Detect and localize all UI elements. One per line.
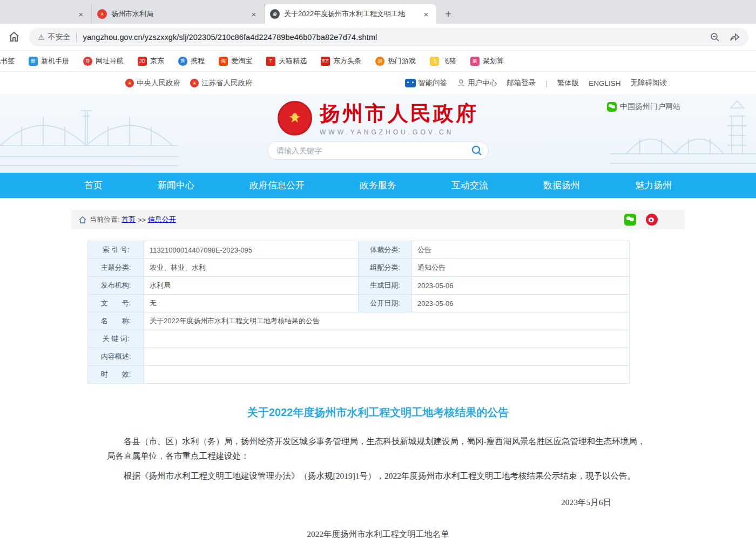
nav-item-news[interactable]: 新闻中心: [130, 173, 222, 198]
url-bar-row: ⚠ 不安全 yangzhou.gov.cn/yzszxxgk/slj/20230…: [0, 24, 756, 51]
article-paragraph: 根据《扬州市水利工程文明工地建设管理办法》（扬水规[2019]1号），2022年…: [107, 468, 649, 483]
tab-active-announcement[interactable]: e 关于2022年度扬州市水利工程文明工地 ×: [265, 4, 436, 24]
nav-item-interaction[interactable]: 互动交流: [424, 173, 516, 198]
user-center-label: 用户中心: [468, 78, 497, 88]
gov-emblem-icon: ★: [190, 79, 199, 87]
site-domain: WWW.YANGZHOU.GOV.CN: [320, 128, 478, 136]
gov-links-bar: ★ 中央人民政府 ★ 江苏省人民政府 智能问答 用户中心 邮箱登录 | 繁体版 …: [0, 72, 756, 94]
meta-value: [144, 330, 630, 348]
tab-strip: × ★ 扬州市水利局 × e 关于2022年度扬州市水利工程文明工地 × +: [0, 0, 756, 24]
wechat-share-icon[interactable]: [624, 214, 636, 226]
meta-label: 生成日期:: [359, 277, 412, 295]
site-logo[interactable]: ★ 扬州市人民政府 WWW.YANGZHOU.GOV.CN: [0, 94, 756, 136]
meta-label: 体裁分类:: [359, 241, 412, 259]
share-icon[interactable]: [729, 32, 740, 43]
user-center-link[interactable]: 用户中心: [457, 78, 497, 88]
bookmark-icon: 导: [83, 57, 92, 66]
bookmark-icon: T: [266, 57, 275, 66]
bookmark-item[interactable]: 东方 东方头条: [321, 56, 361, 66]
nav-item-services[interactable]: 政务服务: [332, 173, 424, 198]
table-row: 索 引 号: 11321000014407098E-2023-095 体裁分类:…: [88, 241, 630, 259]
meta-label: 发布机构:: [88, 277, 144, 295]
bookmark-label: 机书签: [0, 56, 15, 66]
bookmark-label: 东方头条: [333, 56, 361, 66]
bookmark-item[interactable]: T 天猫精选: [266, 56, 307, 66]
meta-value: 农业、林业、水利: [144, 259, 359, 277]
tab-title: 扬州市水利局: [111, 9, 245, 19]
bookmark-item[interactable]: 册 新机手册: [29, 56, 69, 66]
table-row: 发布机构: 水利局 生成日期: 2023-05-06: [88, 277, 630, 295]
site-name: 扬州市人民政府: [320, 100, 478, 127]
traditional-version-link[interactable]: 繁体版: [557, 78, 579, 88]
meta-value: 关于2022年度扬州市水利工程文明工地考核结果的公告: [144, 312, 630, 330]
meta-label: 内容概述:: [88, 348, 144, 366]
bookmark-item[interactable]: 聚 聚划算: [470, 56, 504, 66]
nav-item-home[interactable]: 首页: [57, 173, 130, 198]
bookmark-item[interactable]: 淘 爱淘宝: [219, 56, 252, 66]
meta-label: 索 引 号:: [88, 241, 144, 259]
accessibility-link[interactable]: 无障碍阅读: [631, 78, 667, 88]
meta-value: 通知公告: [412, 259, 630, 277]
table-row: 名 称: 关于2022年度扬州市水利工程文明工地考核结果的公告: [88, 312, 630, 330]
mail-login-link[interactable]: 邮箱登录: [507, 78, 536, 88]
meta-value: 水利局: [144, 277, 359, 295]
bookmark-icon: 册: [29, 57, 38, 66]
weibo-share-icon[interactable]: [646, 214, 658, 226]
address-bar[interactable]: ⚠ 不安全 yangzhou.gov.cn/yzszxxgk/slj/20230…: [29, 28, 748, 46]
wechat-icon: [607, 102, 617, 112]
meta-value: 公告: [412, 241, 630, 259]
tab-water-bureau[interactable]: ★ 扬州市水利局 ×: [92, 4, 265, 24]
close-tab-icon[interactable]: ×: [249, 9, 259, 19]
breadcrumb-home-link[interactable]: 首页: [122, 215, 136, 224]
smart-qa-link[interactable]: 智能问答: [405, 78, 447, 88]
portal-tag[interactable]: 中国扬州门户网站: [607, 102, 680, 112]
gov-emblem-favicon: ★: [97, 9, 107, 19]
search-icon[interactable]: [469, 142, 485, 159]
table-row: 主题分类: 农业、林业、水利 组配分类: 通知公告: [88, 259, 630, 277]
site-banner: ★ 扬州市人民政府 WWW.YANGZHOU.GOV.CN 中国扬州门户网站: [0, 94, 756, 173]
zoom-out-icon[interactable]: [710, 32, 720, 43]
url-divider: [76, 32, 77, 42]
document-meta-table: 索 引 号: 11321000014407098E-2023-095 体裁分类:…: [87, 241, 630, 384]
bookmark-item[interactable]: 游 热门游戏: [375, 56, 416, 66]
url-text: yangzhou.gov.cn/yzszxxgk/slj/202305/210c…: [83, 33, 377, 42]
meta-value: 11321000014407098E-2023-095: [144, 241, 359, 259]
table-row: 关 键 词:: [88, 330, 630, 348]
content-area: 当前位置: 首页 >> 信息公开 索 引 号: 1132100001440709…: [71, 210, 685, 538]
home-icon[interactable]: [8, 30, 22, 44]
bookmark-item[interactable]: 携 携程: [178, 56, 205, 66]
bookmark-item[interactable]: JD 京东: [138, 56, 164, 66]
bookmark-icon: JD: [138, 57, 147, 66]
smart-qa-label: 智能问答: [418, 78, 447, 88]
meta-value: 2023-05-06: [412, 277, 630, 295]
meta-label: 名 称:: [88, 312, 144, 330]
close-tab-icon[interactable]: ×: [76, 9, 86, 19]
search-input[interactable]: [276, 146, 469, 155]
robot-icon: [405, 79, 416, 87]
not-secure-warning-icon: ⚠: [38, 33, 45, 42]
link-jiangsu-government[interactable]: ★ 江苏省人民政府: [190, 78, 253, 88]
breadcrumb-current-link[interactable]: 信息公开: [148, 215, 176, 224]
portal-label: 中国扬州门户网站: [620, 102, 680, 112]
bookmark-label: 热门游戏: [388, 56, 416, 66]
gov-link-label: 江苏省人民政府: [201, 78, 253, 88]
article-title: 关于2022年度扬州市水利工程文明工地考核结果的公告: [107, 405, 649, 420]
nav-item-charm[interactable]: 魅力扬州: [608, 173, 699, 198]
bookmark-item[interactable]: 机书签: [0, 56, 15, 66]
nav-item-data[interactable]: 数据扬州: [516, 173, 608, 198]
bookmark-label: 京东: [150, 56, 164, 66]
bookmark-icon: 聚: [470, 57, 480, 66]
utility-divider: |: [545, 79, 548, 87]
new-tab-button[interactable]: +: [441, 6, 456, 22]
bookmark-item[interactable]: 导 网址导航: [83, 56, 124, 66]
article-paragraph: 各县（市、区）水利（务）局，扬州经济开发区城乡事务管理局，生态科技新城规划建设局…: [107, 434, 649, 463]
close-tab-icon[interactable]: ×: [421, 9, 431, 19]
bookmarks-bar: 机书签 册 新机手册 导 网址导航 JD 京东 携 携程 淘 爱淘宝 T 天猫精…: [0, 51, 756, 72]
tab-cutoff[interactable]: ×: [0, 4, 92, 24]
english-version-link[interactable]: ENGLISH: [589, 79, 620, 87]
nav-item-info-disclosure[interactable]: 政府信息公开: [222, 173, 332, 198]
meta-label: 组配分类:: [359, 259, 412, 277]
site-favicon: e: [270, 9, 280, 19]
link-central-government[interactable]: ★ 中央人民政府: [125, 78, 180, 88]
bookmark-item[interactable]: 飞 飞猪: [430, 56, 456, 66]
